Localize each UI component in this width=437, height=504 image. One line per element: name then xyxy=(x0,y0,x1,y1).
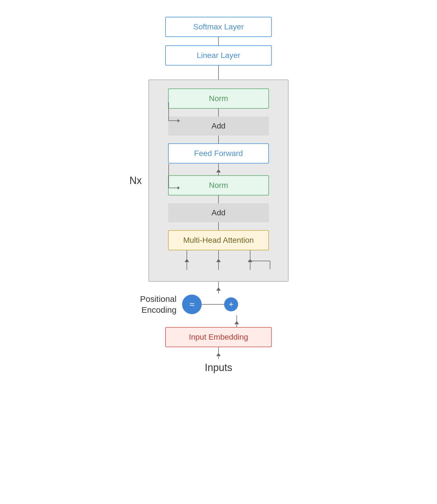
connector-norm1-add1 xyxy=(218,109,219,116)
connector-embedding-inputs xyxy=(216,347,221,359)
connector-add1-ff xyxy=(218,136,219,143)
connector-plus-embedding xyxy=(234,315,239,327)
inputs-label: Inputs xyxy=(205,362,232,374)
h-line-pe-plus xyxy=(202,304,224,305)
linear-layer-label: Linear Layer xyxy=(197,51,240,60)
add1-label: Add xyxy=(211,122,226,130)
norm1-box: Norm xyxy=(168,88,269,109)
arrow-input-2 xyxy=(216,250,221,270)
arrow-ff-norm2 xyxy=(216,169,221,172)
connector-norm2-add2 xyxy=(218,195,219,203)
diagram-container: Softmax Layer Linear Layer Nx xyxy=(120,17,317,374)
nx-label: Nx xyxy=(129,175,142,186)
nx-inner: Norm Add Feed Forward Norm xyxy=(157,88,280,270)
three-input-arrows xyxy=(171,250,266,270)
positional-encoding-section: PositionalEncoding xyxy=(140,293,176,315)
add2-box: Add xyxy=(168,203,269,222)
arrow-input-1 xyxy=(185,250,189,270)
plus-icon: + xyxy=(229,300,234,309)
softmax-layer-label: Softmax Layer xyxy=(193,22,244,31)
connector-ff-norm2 xyxy=(216,164,221,175)
feed-forward-box: Feed Forward xyxy=(168,143,269,164)
connector-linear-nx xyxy=(218,66,219,80)
multi-head-attention-label: Multi-Head Attention xyxy=(183,236,254,245)
connector-nx-plus xyxy=(216,282,221,293)
plus-circle: + xyxy=(224,297,238,311)
norm2-box: Norm xyxy=(168,175,269,195)
norm1-label: Norm xyxy=(209,94,228,103)
wave-icon: ≈ xyxy=(189,299,194,310)
linear-layer-box: Linear Layer xyxy=(165,45,272,66)
arrow-input-3 xyxy=(248,250,252,270)
input-embedding-box: Input Embedding xyxy=(165,327,272,347)
connector-softmax-linear xyxy=(218,37,219,45)
positional-encoding-row: PositionalEncoding ≈ + xyxy=(140,293,280,315)
add2-label: Add xyxy=(211,208,226,217)
norm2-label: Norm xyxy=(209,181,228,190)
positional-encoding-label: PositionalEncoding xyxy=(140,293,176,315)
positional-encoding-circle: ≈ xyxy=(182,295,202,314)
input-embedding-label: Input Embedding xyxy=(189,333,248,342)
nx-container: Nx Norm xyxy=(148,80,289,282)
feed-forward-label: Feed Forward xyxy=(194,149,243,158)
multi-head-attention-box: Multi-Head Attention xyxy=(168,230,269,250)
connector-add2-mha xyxy=(218,222,219,230)
softmax-layer-box: Softmax Layer xyxy=(165,17,272,37)
add1-box: Add xyxy=(168,116,269,136)
